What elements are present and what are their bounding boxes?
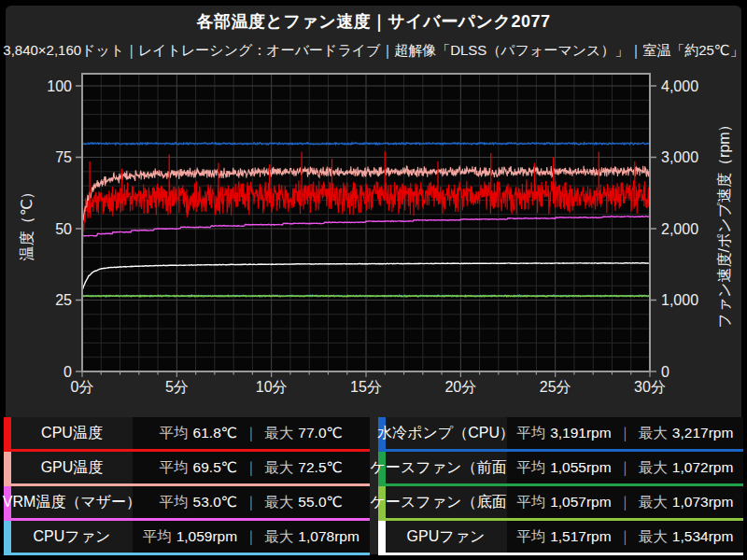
series-stats: 平均 1,517rpm ｜ 最大 1,534rpm [507, 521, 744, 553]
legend-row-pump: 水冷ポンプ（CPU） 平均 3,191rpm ｜ 最大 3,217rpm [378, 417, 744, 452]
series-stats: 平均 1,059rpm ｜ 最大 1,078rpm [133, 521, 370, 553]
y-right-tick-label: 2,000 [661, 221, 698, 237]
avg-label: 平均 [160, 458, 189, 478]
y-right-tick-label: 1,000 [661, 292, 698, 308]
stat-separator: ｜ [244, 424, 258, 443]
y-left-tick-label: 25 [55, 292, 72, 308]
stat-separator: ｜ [618, 493, 632, 512]
y-right-tick-label: 3,000 [661, 149, 698, 165]
legend-row-cpu-fan: CPUファン 平均 1,059rpm ｜ 最大 1,078rpm [4, 521, 370, 555]
avg-value: 53.0℃ [193, 494, 238, 511]
series-stats: 平均 61.8℃ ｜ 最大 77.0℃ [133, 417, 370, 449]
y-right-tick-label: 4,000 [661, 78, 698, 94]
avg-label: 平均 [160, 493, 189, 512]
series-label: ケースファン（底面） [386, 486, 507, 518]
max-value: 55.0℃ [298, 494, 343, 511]
avg-value: 1,057rpm [550, 494, 611, 511]
x-tick-label: 15分 [350, 379, 382, 395]
stat-separator: ｜ [618, 424, 632, 443]
series-label: VRM温度（マザー） [11, 486, 133, 518]
legend-row-gpu-temp: GPU温度 平均 69.5℃ ｜ 最大 72.5℃ [4, 452, 370, 486]
legend-row-gpu-fan: GPUファン 平均 1,517rpm ｜ 最大 1,534rpm [378, 521, 744, 555]
series-label: CPU温度 [11, 417, 133, 449]
max-value: 77.0℃ [298, 425, 343, 441]
series-label: GPUファン [386, 521, 507, 553]
series-stats: 平均 1,057rpm ｜ 最大 1,073rpm [507, 486, 744, 518]
max-value: 1,073rpm [672, 494, 733, 511]
max-label: 最大 [639, 458, 668, 478]
max-value: 1,078rpm [298, 528, 359, 545]
x-tick-label: 30分 [634, 379, 666, 395]
max-value: 1,534rpm [672, 528, 733, 545]
y-right-axis-title: ファン速度/ポンプ速度（rpm） [716, 117, 732, 328]
avg-label: 平均 [160, 424, 189, 443]
max-label: 最大 [264, 458, 293, 478]
legend: CPU温度 平均 61.8℃ ｜ 最大 77.0℃ GPU温度 平均 69.5℃… [4, 417, 743, 555]
legend-row-case-fan-front: ケースファン（前面） 平均 1,055rpm ｜ 最大 1,072rpm [378, 452, 744, 486]
avg-value: 1,055rpm [550, 459, 611, 476]
y-right-tick-label: 0 [661, 364, 669, 380]
stat-separator: ｜ [244, 458, 258, 478]
y-left-tick-label: 100 [47, 78, 72, 94]
x-tick-label: 20分 [444, 379, 476, 395]
stat-separator: ｜ [244, 493, 258, 512]
stat-separator: ｜ [618, 527, 632, 547]
avg-value: 61.8℃ [193, 425, 238, 441]
max-value: 72.5℃ [298, 459, 343, 476]
temperature-fan-speed-chart: 025507510001,0002,0003,0004,0000分5分10分15… [0, 0, 747, 415]
legend-column-right: 水冷ポンプ（CPU） 平均 3,191rpm ｜ 最大 3,217rpm ケース… [378, 417, 744, 555]
max-value: 3,217rpm [672, 425, 733, 441]
avg-label: 平均 [143, 527, 172, 547]
series-label: CPUファン [11, 521, 133, 553]
series-stats: 平均 69.5℃ ｜ 最大 72.5℃ [133, 452, 370, 483]
avg-label: 平均 [516, 458, 545, 478]
stat-separator: ｜ [618, 458, 632, 478]
avg-value: 1,517rpm [550, 528, 611, 545]
x-tick-label: 25分 [540, 379, 571, 395]
avg-label: 平均 [516, 424, 545, 443]
max-label: 最大 [639, 424, 668, 443]
avg-value: 69.5℃ [193, 459, 238, 476]
series-label: 水冷ポンプ（CPU） [386, 417, 507, 449]
max-label: 最大 [264, 493, 293, 512]
max-label: 最大 [639, 493, 668, 512]
series-stats: 平均 53.0℃ ｜ 最大 55.0℃ [133, 486, 370, 518]
series-label: GPU温度 [11, 452, 133, 483]
y-left-tick-label: 0 [63, 364, 72, 380]
y-left-tick-label: 50 [55, 221, 72, 237]
max-label: 最大 [264, 527, 293, 547]
series-label: ケースファン（前面） [386, 452, 507, 483]
avg-label: 平均 [516, 493, 545, 512]
legend-column-left: CPU温度 平均 61.8℃ ｜ 最大 77.0℃ GPU温度 平均 69.5℃… [4, 417, 370, 555]
x-tick-label: 10分 [256, 379, 288, 395]
legend-row-case-fan-bottom: ケースファン（底面） 平均 1,057rpm ｜ 最大 1,073rpm [378, 486, 744, 521]
stat-separator: ｜ [244, 527, 258, 547]
series-stats: 平均 3,191rpm ｜ 最大 3,217rpm [507, 417, 744, 449]
legend-row-vrm-temp: VRM温度（マザー） 平均 53.0℃ ｜ 最大 55.0℃ [4, 486, 370, 521]
avg-value: 1,059rpm [176, 528, 237, 545]
avg-value: 3,191rpm [550, 425, 611, 441]
series-stats: 平均 1,055rpm ｜ 最大 1,072rpm [507, 452, 744, 483]
x-tick-label: 5分 [165, 379, 189, 395]
legend-row-cpu-temp: CPU温度 平均 61.8℃ ｜ 最大 77.0℃ [4, 417, 370, 452]
max-value: 1,072rpm [672, 459, 733, 476]
max-label: 最大 [264, 424, 293, 443]
max-label: 最大 [639, 527, 668, 547]
avg-label: 平均 [516, 527, 545, 547]
y-left-tick-label: 75 [55, 149, 72, 165]
y-left-axis-title: 温度（℃） [19, 185, 35, 261]
x-tick-label: 0分 [71, 379, 94, 395]
